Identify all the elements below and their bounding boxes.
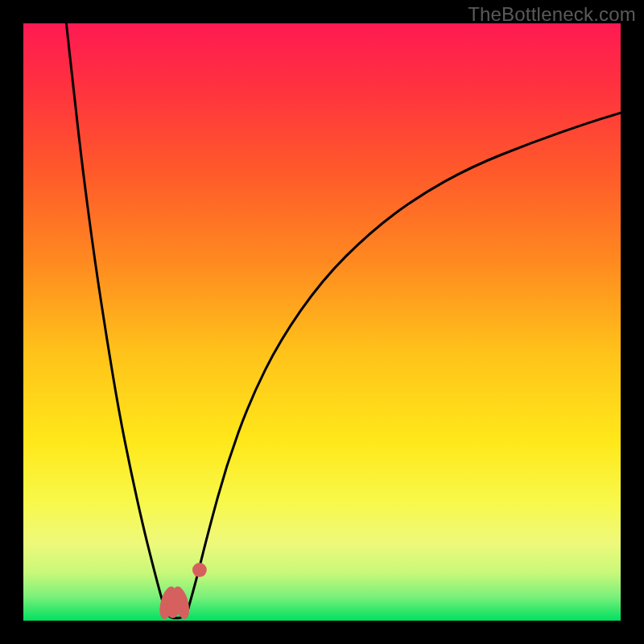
marker-dot xyxy=(192,563,207,577)
chart-background xyxy=(23,23,621,621)
watermark-text: TheBottleneck.com xyxy=(468,3,636,26)
chart-svg xyxy=(23,23,621,621)
chart-plot-area xyxy=(23,23,621,621)
chart-frame: TheBottleneck.com xyxy=(0,0,644,644)
